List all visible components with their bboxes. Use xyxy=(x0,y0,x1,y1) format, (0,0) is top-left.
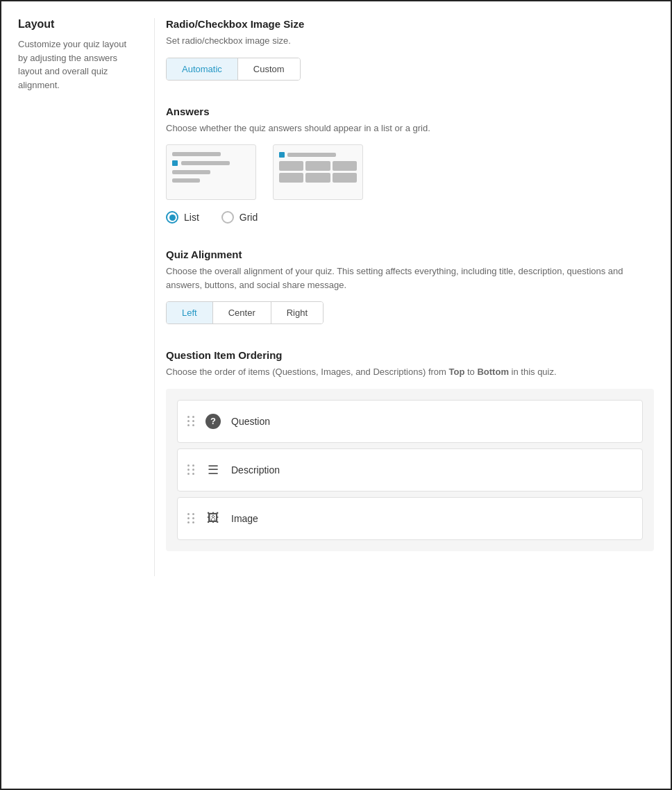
grid-preview xyxy=(273,144,363,200)
automatic-toggle-btn[interactable]: Automatic xyxy=(167,58,237,80)
grid-radio-option[interactable]: Grid xyxy=(221,211,258,224)
list-radio-option[interactable]: List xyxy=(166,211,199,224)
answers-title: Answers xyxy=(166,106,654,117)
question-item-label: Question xyxy=(231,416,270,427)
radio-image-size-desc: Set radio/checkbox image size. xyxy=(166,34,654,48)
list-radio-circle xyxy=(166,211,178,224)
ordering-item-description: ☰ Description xyxy=(177,448,643,491)
left-alignment-btn[interactable]: Left xyxy=(167,302,212,323)
drag-handle-description[interactable] xyxy=(187,464,195,475)
bottom-bold: Bottom xyxy=(477,367,509,377)
main-content: Radio/Checkbox Image Size Set radio/chec… xyxy=(154,18,671,576)
image-icon: 🖼 xyxy=(203,509,223,528)
description-item-label: Description xyxy=(231,464,280,476)
ordering-container: ? Question ☰ Description xyxy=(166,389,654,551)
question-circle-icon: ? xyxy=(205,414,221,429)
center-alignment-btn[interactable]: Center xyxy=(212,302,271,323)
question-ordering-title: Question Item Ordering xyxy=(166,349,654,361)
radio-image-size-title: Radio/Checkbox Image Size xyxy=(166,18,654,30)
sidebar-description: Customize your quiz layout by adjusting … xyxy=(18,37,137,92)
ordering-item-image: 🖼 Image xyxy=(177,497,643,540)
quiz-alignment-title: Quiz Alignment xyxy=(166,249,654,260)
answers-desc: Choose whether the quiz answers should a… xyxy=(166,121,654,135)
grid-label: Grid xyxy=(240,212,258,223)
question-ordering-desc: Choose the order of items (Questions, Im… xyxy=(166,365,654,379)
radio-image-size-section: Radio/Checkbox Image Size Set radio/chec… xyxy=(166,18,654,81)
quiz-alignment-desc: Choose the overall alignment of your qui… xyxy=(166,264,654,292)
sidebar-title: Layout xyxy=(18,18,137,31)
grid-radio-circle xyxy=(221,211,234,224)
answers-previews xyxy=(166,144,654,200)
sidebar: Layout Customize your quiz layout by adj… xyxy=(1,18,154,576)
question-icon: ? xyxy=(203,412,223,431)
answers-section: Answers Choose whether the quiz answers … xyxy=(166,106,654,224)
image-item-label: Image xyxy=(231,513,258,524)
right-alignment-btn[interactable]: Right xyxy=(271,302,323,323)
question-ordering-section: Question Item Ordering Choose the order … xyxy=(166,349,654,551)
top-bold: Top xyxy=(449,367,465,377)
drag-handle-image[interactable] xyxy=(187,513,195,523)
custom-toggle-btn[interactable]: Custom xyxy=(237,58,300,80)
list-label: List xyxy=(184,212,199,223)
answers-radio-group: List Grid xyxy=(166,211,654,224)
drag-handle-question[interactable] xyxy=(187,416,195,426)
quiz-alignment-section: Quiz Alignment Choose the overall alignm… xyxy=(166,249,654,324)
ordering-item-question: ? Question xyxy=(177,400,643,443)
description-icon: ☰ xyxy=(203,460,223,480)
list-preview xyxy=(166,144,256,200)
image-size-toggle-group: Automatic Custom xyxy=(166,58,301,81)
alignment-toggle-group: Left Center Right xyxy=(166,301,324,324)
